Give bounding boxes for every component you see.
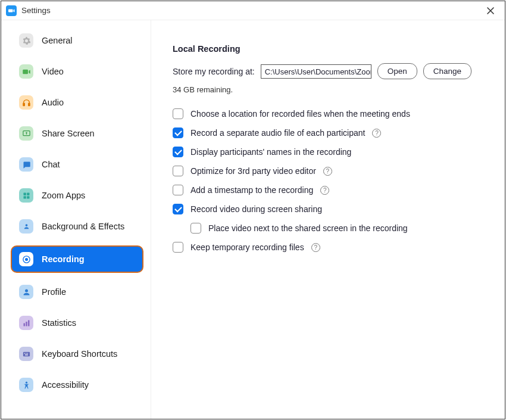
option-timestamp: Add a timestamp to the recording ? (173, 185, 483, 195)
checkbox-optimize-3rd[interactable] (173, 166, 183, 176)
svg-rect-16 (26, 353, 26, 353)
sidebar-item-statistics[interactable]: Statistics (11, 311, 143, 335)
sidebar-item-label: Profile (42, 287, 66, 297)
help-icon[interactable]: ? (320, 186, 329, 195)
option-label: Record a separate audio file of each par… (190, 128, 365, 138)
sidebar-item-label: Share Screen (42, 129, 95, 138)
checkbox-separate-audio[interactable] (173, 127, 183, 138)
checkbox-choose-location[interactable] (173, 108, 183, 119)
change-button[interactable]: Change (423, 63, 471, 79)
option-label: Optimize for 3rd party video editor (190, 166, 316, 176)
option-label: Choose a location for recorded files whe… (190, 109, 410, 119)
option-separate-audio: Record a separate audio file of each par… (173, 127, 483, 138)
svg-rect-18 (25, 354, 28, 355)
recording-settings-panel: Local Recording Store my recording at: C… (151, 20, 505, 419)
option-label: Keep temporary recording files (190, 242, 304, 252)
settings-window: Settings General Video (1, 1, 505, 419)
sidebar-item-general[interactable]: General (11, 29, 143, 52)
sidebar-item-label: General (42, 36, 73, 45)
store-location-label: Store my recording at: (173, 67, 255, 76)
svg-rect-14 (23, 351, 29, 356)
sidebar-item-label: Video (42, 67, 64, 76)
svg-point-10 (25, 289, 28, 292)
statistics-icon (19, 316, 33, 330)
open-button[interactable]: Open (377, 63, 417, 79)
svg-rect-6 (27, 196, 29, 198)
option-keep-temp: Keep temporary recording files ? (173, 242, 483, 253)
window-body: General Video Audio Share Screen (1, 20, 505, 419)
svg-rect-13 (28, 320, 30, 326)
svg-rect-17 (27, 353, 27, 353)
help-icon[interactable]: ? (323, 167, 332, 176)
sidebar-item-recording[interactable]: Recording (11, 245, 143, 273)
option-place-video-next: Place video next to the shared screen in… (190, 223, 483, 234)
checkbox-display-names[interactable] (173, 147, 183, 157)
sidebar-item-accessibility[interactable]: Accessibility (11, 373, 143, 397)
storage-remaining: 34 GB remaining. (173, 85, 483, 94)
accessibility-icon (19, 378, 33, 392)
sidebar-item-audio[interactable]: Audio (11, 91, 143, 114)
option-optimize-3rd: Optimize for 3rd party video editor ? (173, 166, 483, 176)
option-label: Place video next to the shared screen in… (208, 223, 408, 233)
svg-point-9 (25, 258, 28, 261)
sidebar-item-chat[interactable]: Chat (11, 153, 143, 176)
gear-icon (19, 33, 33, 48)
sidebar: General Video Audio Share Screen (1, 20, 151, 419)
checkbox-keep-temp[interactable] (173, 242, 183, 253)
svg-rect-4 (27, 192, 29, 195)
checkbox-timestamp[interactable] (173, 185, 183, 195)
svg-rect-12 (26, 322, 27, 326)
sidebar-item-profile[interactable]: Profile (11, 280, 143, 304)
option-display-names: Display participants' names in the recor… (173, 147, 483, 157)
sidebar-item-label: Chat (42, 160, 60, 169)
svg-rect-11 (23, 323, 25, 326)
svg-rect-5 (23, 196, 26, 198)
svg-rect-3 (23, 192, 26, 195)
sidebar-item-label: Accessibility (42, 380, 89, 390)
sidebar-item-label: Keyboard Shortcuts (42, 349, 117, 359)
sidebar-item-label: Audio (42, 98, 64, 107)
zoom-logo-icon (6, 5, 17, 16)
keyboard-icon (19, 347, 33, 361)
sidebar-item-share-screen[interactable]: Share Screen (11, 122, 143, 145)
option-label: Display participants' names in the recor… (190, 147, 351, 157)
record-icon (19, 252, 33, 266)
headphones-icon (19, 95, 33, 110)
video-camera-icon (19, 64, 33, 79)
chat-bubble-icon (19, 157, 33, 172)
svg-rect-1 (28, 103, 30, 105)
share-screen-icon (19, 126, 33, 141)
store-location-row: Store my recording at: C:\Users\User\Doc… (173, 63, 483, 79)
option-choose-location: Choose a location for recorded files whe… (173, 108, 483, 119)
option-record-screen-share: Record video during screen sharing (173, 204, 483, 214)
store-location-input[interactable]: C:\Users\User\Documents\Zoom (261, 64, 371, 79)
section-title: Local Recording (173, 44, 483, 54)
help-icon[interactable]: ? (311, 243, 320, 252)
svg-point-19 (25, 381, 27, 383)
sidebar-item-zoom-apps[interactable]: Zoom Apps (11, 183, 143, 207)
sidebar-item-label: Zoom Apps (42, 191, 85, 200)
sidebar-item-label: Background & Effects (42, 222, 124, 231)
help-icon[interactable]: ? (372, 129, 381, 138)
svg-point-7 (25, 224, 27, 226)
window-title: Settings (21, 6, 51, 15)
sidebar-item-video[interactable]: Video (11, 60, 143, 83)
title-bar: Settings (1, 1, 505, 20)
background-icon (19, 219, 33, 234)
close-icon (486, 7, 495, 15)
svg-rect-0 (23, 103, 24, 105)
option-label: Record video during screen sharing (190, 204, 322, 214)
sidebar-item-label: Recording (42, 254, 85, 264)
sidebar-item-label: Statistics (42, 318, 76, 328)
sidebar-item-keyboard[interactable]: Keyboard Shortcuts (11, 342, 143, 366)
option-label: Add a timestamp to the recording (190, 185, 313, 195)
apps-icon (19, 188, 33, 203)
checkbox-place-video-next[interactable] (190, 223, 201, 234)
svg-rect-15 (24, 353, 24, 353)
sidebar-item-background[interactable]: Background & Effects (11, 214, 143, 238)
profile-icon (19, 285, 33, 299)
recording-options: Choose a location for recorded files whe… (173, 108, 483, 253)
close-button[interactable] (482, 2, 499, 19)
checkbox-record-screen-share[interactable] (173, 204, 183, 214)
